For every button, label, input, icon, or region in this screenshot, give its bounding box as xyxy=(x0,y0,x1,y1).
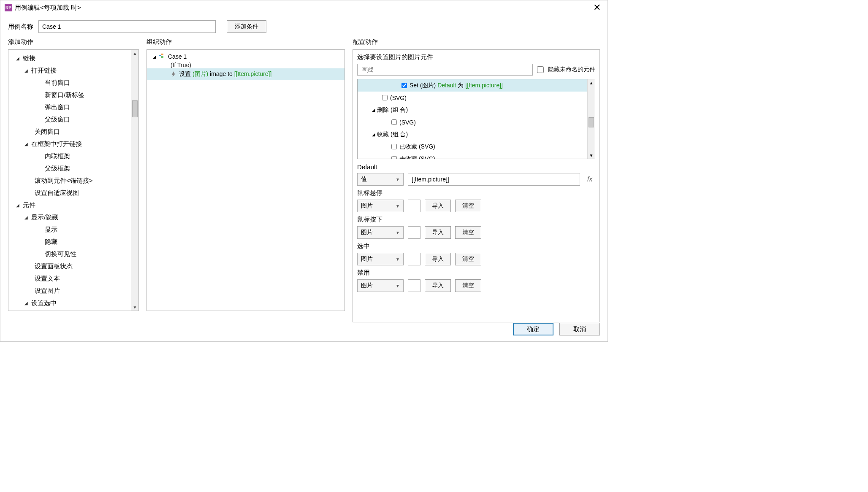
svg-line-3 xyxy=(161,54,161,56)
widget-row-favorite-group[interactable]: ◢ 收藏 (组 合) xyxy=(358,128,595,141)
hover-swatch[interactable] xyxy=(408,200,420,212)
hover-type-select[interactable]: 图片▼ xyxy=(357,200,404,212)
default-value-input[interactable] xyxy=(408,173,580,186)
choose-widget-title: 选择要设置图片的图片元件 xyxy=(357,53,595,61)
disabled-clear-button[interactable]: 清空 xyxy=(455,279,481,292)
widget-row-delete-group[interactable]: ◢ 删除 (组 合) xyxy=(358,104,595,116)
widget-row-favorited[interactable]: 已收藏 (SVG) xyxy=(358,141,595,153)
widget-checkbox[interactable] xyxy=(382,95,388,100)
widget-tree: Set (图片) Default 为 [[Item.picture]] (SVG… xyxy=(357,79,595,159)
tree-toggle[interactable]: 切换可见性 xyxy=(8,248,138,260)
tree-parent-window[interactable]: 父级窗口 xyxy=(8,114,138,126)
tree-set-text[interactable]: 设置文本 xyxy=(8,273,138,285)
tree-current-window[interactable]: 当前窗口 xyxy=(8,77,138,89)
dialog-title: 用例编辑<每项加载 时> xyxy=(15,4,591,12)
tree-hide[interactable]: 隐藏 xyxy=(8,236,138,248)
scroll-up-icon[interactable]: ▲ xyxy=(588,79,595,86)
chevron-down-icon: ▼ xyxy=(396,204,400,208)
default-type-select[interactable]: 值▼ xyxy=(357,173,404,186)
chevron-down-icon: ▼ xyxy=(396,230,400,235)
scroll-thumb[interactable] xyxy=(132,100,138,117)
tree-popup-window[interactable]: 弹出窗口 xyxy=(8,101,138,114)
widget-row-unfavorited[interactable]: 未收藏 (SVG) xyxy=(358,153,595,159)
tree-inline-frame[interactable]: 内联框架 xyxy=(8,150,138,162)
selected-label: 选中 xyxy=(357,242,595,250)
mousedown-import-button[interactable]: 导入 xyxy=(425,226,451,239)
mousedown-type-select[interactable]: 图片▼ xyxy=(357,226,404,239)
selected-clear-button[interactable]: 清空 xyxy=(455,253,481,265)
case-name-label: 用例名称 xyxy=(8,23,33,31)
svg-rect-1 xyxy=(161,54,163,55)
scroll-down-icon[interactable]: ▼ xyxy=(588,152,595,159)
hover-import-button[interactable]: 导入 xyxy=(425,200,451,212)
widget-row-svg2[interactable]: (SVG) xyxy=(358,116,595,128)
organize-action-panel: ◢ Case 1 (If True) 设置 (图片) image to [[It… xyxy=(146,49,345,311)
action-row[interactable]: 设置 (图片) image to [[Item.picture]] xyxy=(147,68,344,80)
disabled-swatch[interactable] xyxy=(408,279,420,292)
tree-open-link[interactable]: ◢打开链接 xyxy=(8,65,138,77)
tree-scroll-to[interactable]: 滚动到元件<锚链接> xyxy=(8,175,138,187)
scroll-thumb[interactable] xyxy=(589,117,594,127)
left-scrollbar[interactable]: ▲ ▼ xyxy=(131,50,138,311)
widget-checkbox[interactable] xyxy=(391,144,397,149)
configure-action-header: 配置动作 xyxy=(353,38,600,46)
svg-marker-5 xyxy=(172,71,176,77)
selected-type-select[interactable]: 图片▼ xyxy=(357,253,404,265)
close-icon[interactable]: ✕ xyxy=(591,2,603,13)
tree-close-window[interactable]: 关闭窗口 xyxy=(8,126,138,138)
cancel-button[interactable]: 取消 xyxy=(559,323,600,335)
hide-unnamed-label: 隐藏未命名的元件 xyxy=(548,66,595,73)
widget-checkbox[interactable] xyxy=(401,83,407,88)
chevron-down-icon: ▼ xyxy=(396,284,400,288)
add-condition-button[interactable]: 添加条件 xyxy=(227,20,266,33)
expand-icon[interactable]: ◢ xyxy=(372,108,375,112)
disabled-type-select[interactable]: 图片▼ xyxy=(357,279,404,292)
add-action-header: 添加动作 xyxy=(8,38,139,46)
selected-import-button[interactable]: 导入 xyxy=(425,253,451,265)
search-input[interactable] xyxy=(357,64,533,76)
widget-checkbox[interactable] xyxy=(391,119,397,125)
tree-parent-frame[interactable]: 父级框架 xyxy=(8,162,138,175)
widget-row-set-image[interactable]: Set (图片) Default 为 [[Item.picture]] xyxy=(358,79,595,92)
ok-button[interactable]: 确定 xyxy=(513,323,553,335)
widget-checkbox[interactable] xyxy=(391,156,397,159)
widget-tree-scrollbar[interactable]: ▲ ▼ xyxy=(587,79,595,159)
tree-show[interactable]: 显示 xyxy=(8,224,138,236)
lightning-icon xyxy=(171,71,176,77)
hover-label: 鼠标悬停 xyxy=(357,189,595,197)
tree-new-window[interactable]: 新窗口/新标签 xyxy=(8,89,138,101)
expand-icon[interactable]: ◢ xyxy=(153,54,156,59)
expand-icon[interactable]: ◢ xyxy=(372,132,375,137)
mousedown-label: 鼠标按下 xyxy=(357,216,595,224)
mousedown-swatch[interactable] xyxy=(408,226,420,239)
disabled-import-button[interactable]: 导入 xyxy=(425,279,451,292)
mousedown-clear-button[interactable]: 清空 xyxy=(455,226,481,239)
case-row[interactable]: ◢ Case 1 xyxy=(147,51,344,62)
tree-set-selected[interactable]: ◢设置选中 xyxy=(8,297,138,309)
case-name-input[interactable] xyxy=(38,20,216,33)
svg-rect-0 xyxy=(159,55,161,56)
widget-row-svg1[interactable]: (SVG) xyxy=(358,92,595,104)
fx-button[interactable]: fx xyxy=(584,174,595,185)
svg-line-4 xyxy=(161,56,161,57)
tree-links[interactable]: ◢链接 xyxy=(8,52,138,65)
tree-set-panel-state[interactable]: 设置面板状态 xyxy=(8,260,138,273)
configure-action-panel: 选择要设置图片的图片元件 隐藏未命名的元件 Set (图片) Default 为… xyxy=(353,49,600,322)
tree-set-adaptive[interactable]: 设置自适应视图 xyxy=(8,187,138,199)
if-true-text: (If True) xyxy=(147,62,344,68)
case-name-text: Case 1 xyxy=(168,53,187,60)
tree-set-image[interactable]: 设置图片 xyxy=(8,285,138,297)
hover-clear-button[interactable]: 清空 xyxy=(455,200,481,212)
action-text: 设置 (图片) image to [[Item.picture]] xyxy=(179,70,271,78)
app-icon: RP xyxy=(5,4,12,11)
hide-unnamed-checkbox[interactable] xyxy=(537,66,544,73)
case-icon xyxy=(159,54,165,59)
svg-rect-2 xyxy=(161,56,163,58)
selected-swatch[interactable] xyxy=(408,253,420,265)
action-tree[interactable]: ◢链接 ◢打开链接 当前窗口 新窗口/新标签 弹出窗口 父级窗口 关闭窗口 ◢在… xyxy=(8,50,138,311)
scroll-up-icon[interactable]: ▲ xyxy=(131,50,138,57)
scroll-down-icon[interactable]: ▼ xyxy=(131,304,138,311)
tree-show-hide[interactable]: ◢显示/隐藏 xyxy=(8,211,138,224)
tree-open-in-frame[interactable]: ◢在框架中打开链接 xyxy=(8,138,138,150)
tree-widgets[interactable]: ◢元件 xyxy=(8,199,138,211)
